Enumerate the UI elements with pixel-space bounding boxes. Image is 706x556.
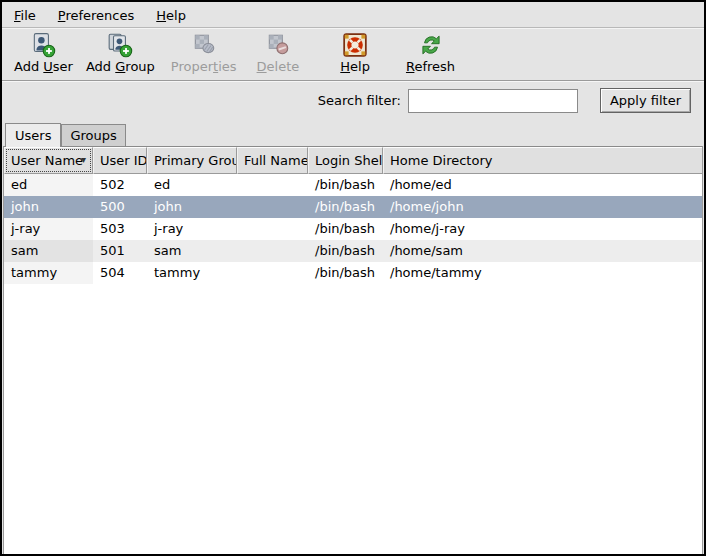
column-header-home-directory[interactable]: Home Directory (383, 147, 702, 174)
sort-arrow-icon: ▾ (81, 154, 86, 165)
add-group-icon (107, 32, 133, 58)
cell-primary-group: john (147, 196, 237, 218)
toolbar: Add User Add Group (2, 28, 704, 81)
delete-button: Delete (253, 31, 304, 75)
help-label: Help (340, 59, 370, 74)
table-row[interactable]: ed 502 ed /bin/bash /home/ed (4, 174, 702, 196)
column-header-full-name[interactable]: Full Name (237, 147, 308, 174)
add-user-icon (30, 32, 56, 58)
cell-login-shell: /bin/bash (308, 240, 383, 262)
column-header-primary-group[interactable]: Primary Group (147, 147, 237, 174)
menu-file[interactable]: File (12, 7, 38, 24)
cell-home-directory: /home/tammy (383, 262, 702, 284)
cell-user-name: john (4, 196, 93, 218)
apply-filter-button[interactable]: Apply filter (600, 88, 691, 113)
add-group-button[interactable]: Add Group (82, 31, 159, 75)
help-icon (342, 32, 368, 58)
search-filter-label: Search filter: (318, 93, 401, 108)
search-filter-input[interactable] (408, 89, 578, 113)
help-button[interactable]: Help (336, 31, 374, 75)
cell-user-id: 502 (93, 174, 147, 196)
refresh-label: Refresh (406, 59, 455, 74)
menu-preferences[interactable]: Preferences (56, 7, 136, 24)
menubar: File Preferences Help (2, 2, 704, 28)
cell-full-name (237, 196, 308, 218)
users-table: User Name ▾ User ID Primary Group Full N… (3, 146, 703, 554)
cell-full-name (237, 174, 308, 196)
cell-primary-group: ed (147, 174, 237, 196)
cell-user-name: sam (4, 240, 93, 262)
cell-user-name: ed (4, 174, 93, 196)
cell-login-shell: /bin/bash (308, 262, 383, 284)
delete-label: Delete (257, 59, 300, 74)
notebook-tabs: Users Groups (2, 120, 704, 146)
cell-home-directory: /home/ed (383, 174, 702, 196)
tab-users[interactable]: Users (5, 123, 61, 147)
cell-home-directory: /home/john (383, 196, 702, 218)
column-header-user-name[interactable]: User Name ▾ (4, 147, 93, 174)
cell-user-id: 501 (93, 240, 147, 262)
table-header: User Name ▾ User ID Primary Group Full N… (4, 147, 702, 174)
cell-full-name (237, 262, 308, 284)
delete-icon (265, 32, 291, 58)
column-header-login-shell[interactable]: Login Shell (308, 147, 383, 174)
cell-login-shell: /bin/bash (308, 174, 383, 196)
cell-primary-group: j-ray (147, 218, 237, 240)
properties-label: Properties (171, 59, 237, 74)
cell-login-shell: /bin/bash (308, 196, 383, 218)
menu-help[interactable]: Help (154, 7, 188, 24)
tab-groups[interactable]: Groups (61, 124, 125, 146)
cell-user-id: 504 (93, 262, 147, 284)
column-header-user-id[interactable]: User ID (93, 147, 147, 174)
table-row[interactable]: sam 501 sam /bin/bash /home/sam (4, 240, 702, 262)
refresh-button[interactable]: Refresh (402, 31, 459, 75)
table-row[interactable]: j-ray 503 j-ray /bin/bash /home/j-ray (4, 218, 702, 240)
add-group-label: Add Group (86, 59, 155, 74)
add-user-button[interactable]: Add User (10, 31, 77, 75)
cell-home-directory: /home/sam (383, 240, 702, 262)
properties-icon (191, 32, 217, 58)
table-body: ed 502 ed /bin/bash /home/ed john 500 jo… (4, 174, 702, 554)
cell-user-id: 500 (93, 196, 147, 218)
cell-primary-group: tammy (147, 262, 237, 284)
cell-user-name: j-ray (4, 218, 93, 240)
add-user-label: Add User (14, 59, 73, 74)
table-row[interactable]: tammy 504 tammy /bin/bash /home/tammy (4, 262, 702, 284)
table-row[interactable]: john 500 john /bin/bash /home/john (4, 196, 702, 218)
refresh-icon (418, 32, 444, 58)
cell-full-name (237, 218, 308, 240)
cell-user-id: 503 (93, 218, 147, 240)
cell-home-directory: /home/j-ray (383, 218, 702, 240)
cell-login-shell: /bin/bash (308, 218, 383, 240)
cell-user-name: tammy (4, 262, 93, 284)
cell-primary-group: sam (147, 240, 237, 262)
filter-row: Search filter: Apply filter (2, 81, 704, 120)
cell-full-name (237, 240, 308, 262)
properties-button: Properties (167, 31, 241, 75)
